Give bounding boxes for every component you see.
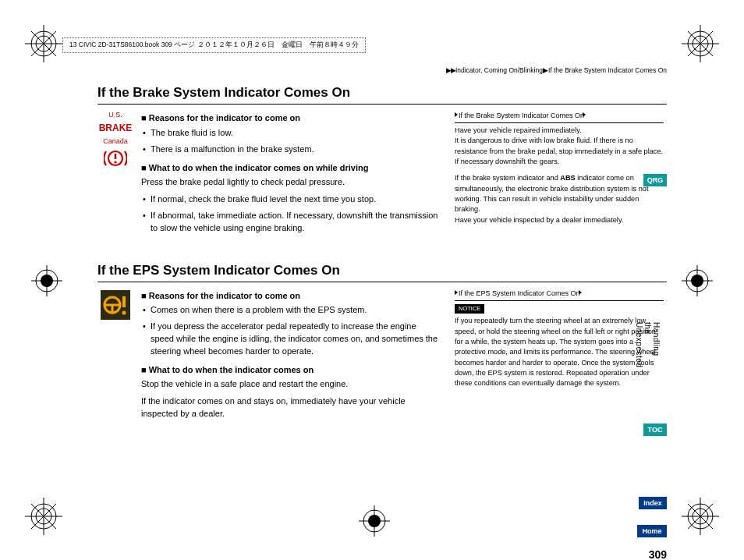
chapter-label: Handling the Unexpected [635, 322, 661, 367]
brake-todo-head: What to do when the indicator comes on w… [141, 162, 441, 175]
list-item: There is a malfunction in the brake syst… [141, 144, 441, 156]
reg-mark-icon [682, 498, 719, 535]
list-item: If abnormal, take immediate action. If n… [141, 210, 441, 235]
tab-qrg[interactable]: QRG [643, 174, 667, 186]
sidebar-head-eps: If the EPS System Indicator Comes On [455, 289, 664, 301]
list-item: If normal, check the brake fluid level t… [141, 193, 441, 206]
reg-mark-icon [25, 498, 62, 535]
cross-mark-icon [682, 265, 713, 296]
svg-point-43 [122, 310, 126, 314]
eps-todo-head: What to do when the indicator comes on [141, 364, 441, 377]
tab-home[interactable]: Home [637, 525, 667, 537]
section-title-eps: If the EPS System Indicator Comes On [97, 263, 667, 282]
brake-symbol-icon [104, 147, 127, 170]
label-us: U.S. [97, 111, 133, 119]
sidebar-text: Have your vehicle repaired immediately. … [455, 126, 664, 167]
list-item: If you depress the accelerator pedal rep… [141, 321, 441, 358]
notice-badge: NOTICE [455, 304, 484, 314]
brake-indicator-icons: U.S. BRAKE Canada [97, 111, 133, 241]
svg-point-38 [114, 161, 116, 163]
cross-mark-icon [31, 265, 62, 296]
reg-mark-icon [25, 25, 62, 62]
label-canada: Canada [97, 137, 133, 145]
brake-text-icon: BRAKE [97, 120, 133, 136]
tab-index[interactable]: Index [639, 497, 667, 509]
eps-indicator-icon [97, 289, 133, 425]
sidebar-head-brake: If the Brake System Indicator Comes On [455, 111, 664, 123]
tab-toc[interactable]: TOC [643, 424, 667, 436]
print-meta: 13 CIVIC 2D-31TS86100.book 309 ページ ２０１２年… [62, 37, 366, 53]
body-text: If the indicator comes on and stays on, … [141, 395, 441, 420]
reg-mark-icon [682, 25, 719, 62]
list-item: Comes on when there is a problem with th… [141, 304, 441, 317]
sidebar-text: If the brake system indicator and ABS in… [455, 173, 664, 225]
eps-symbol-icon [101, 290, 130, 320]
eps-reasons-head: Reasons for the indicator to come on [141, 290, 441, 303]
brake-reasons-head: Reasons for the indicator to come on [141, 112, 441, 125]
body-text: Press the brake pedal lightly to check p… [141, 176, 441, 189]
section-title-brake: If the Brake System Indicator Comes On [97, 85, 667, 105]
sidebar-text: If you repeatedly turn the steering whee… [455, 316, 664, 388]
breadcrumb: ▶▶Indicator, Coming On/Blinking▶If the B… [97, 66, 667, 74]
cross-mark-icon [359, 505, 390, 537]
page-number: 309 [649, 548, 667, 560]
body-text: Stop the vehicle in a safe place and res… [141, 378, 441, 391]
list-item: The brake fluid is low. [141, 127, 441, 140]
